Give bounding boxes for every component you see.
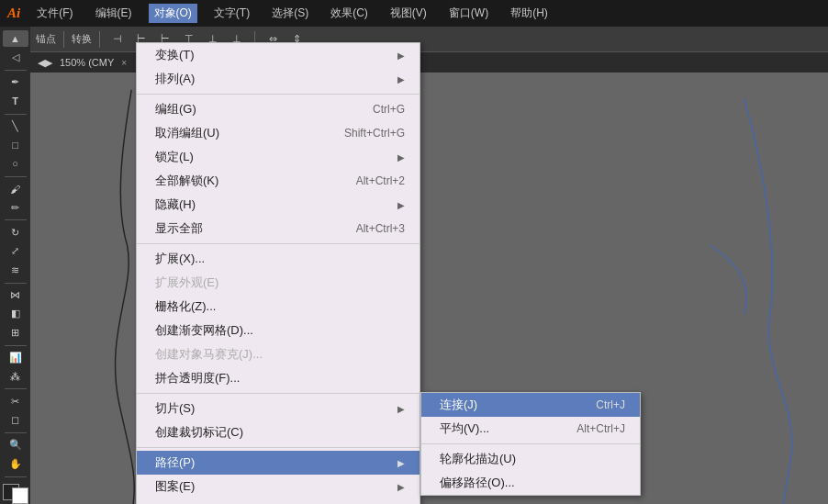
menu-average-label: 平均(V)...: [440, 420, 489, 437]
menu-flatten-label: 拼合透明度(F)...: [155, 370, 240, 386]
tool-separator-3: [5, 176, 27, 177]
symbol-tool[interactable]: ⁂: [3, 368, 28, 385]
menu-mosaic: 创建对象马赛克(J)...: [137, 342, 420, 366]
canvas-tab-label: 150% (CMY: [60, 57, 114, 68]
title-bar: Ai 文件(F) 编辑(E) 对象(O) 文字(T) 选择(S) 效果(C) 视…: [0, 0, 828, 27]
menu-pattern-label: 图案(E): [155, 478, 195, 495]
scale-tool[interactable]: ⤢: [3, 243, 28, 260]
menu-offset-path[interactable]: 偏移路径(O)...: [421, 471, 640, 495]
tab-arrows[interactable]: ◀▶: [38, 57, 52, 69]
menu-blend[interactable]: 混合(B) ▶: [137, 498, 420, 504]
menu-arrange-arrow: ▶: [397, 74, 405, 84]
menu-show-shortcut: Alt+Ctrl+3: [356, 222, 405, 235]
menu-join-shortcut: Ctrl+J: [596, 398, 625, 411]
menu-path[interactable]: 路径(P) ▶: [137, 451, 420, 475]
line-tool[interactable]: ╲: [3, 118, 28, 134]
menu-effect[interactable]: 效果(C): [325, 4, 374, 23]
menu-object[interactable]: 对象(O): [149, 4, 197, 23]
menu-outline-label: 轮廓化描边(U): [440, 451, 516, 467]
ellipse-tool[interactable]: ○: [3, 155, 28, 172]
blend-tool[interactable]: ⋈: [3, 286, 28, 303]
menu-rasterize[interactable]: 栅格化(Z)...: [137, 295, 420, 319]
tab-close-btn[interactable]: ×: [121, 58, 127, 68]
menu-ungroup-label: 取消编组(U): [155, 125, 219, 141]
menu-ungroup[interactable]: 取消编组(U) Shift+Ctrl+G: [137, 121, 420, 145]
toolbar-separator-2: [99, 31, 100, 48]
menu-edit[interactable]: 编辑(E): [90, 4, 138, 23]
menu-average-shortcut: Alt+Ctrl+J: [576, 422, 625, 435]
menu-text[interactable]: 文字(T): [208, 4, 255, 23]
mesh-tool[interactable]: ⊞: [3, 324, 28, 341]
menu-arrange[interactable]: 排列(A) ▶: [137, 67, 420, 91]
menu-group-label: 编组(G): [155, 101, 196, 118]
menu-group[interactable]: 编组(G) Ctrl+G: [137, 97, 420, 121]
eraser-tool[interactable]: ◻: [3, 412, 28, 429]
menu-flatten[interactable]: 拼合透明度(F)...: [137, 366, 420, 390]
menu-expand-app-label: 扩展外观(E): [155, 274, 218, 291]
menu-join[interactable]: 连接(J) Ctrl+J: [421, 393, 640, 417]
tool-separator-5: [5, 283, 27, 284]
tool-separator-2: [5, 114, 27, 115]
tool-separator-7: [5, 388, 27, 389]
menu-sep-3: [137, 393, 420, 394]
menu-transform-arrow: ▶: [397, 50, 405, 61]
menu-help[interactable]: 帮助(H): [505, 4, 554, 23]
menu-group-shortcut: Ctrl+G: [373, 103, 405, 116]
pen-tool[interactable]: ✒: [3, 74, 28, 91]
zoom-tool[interactable]: 🔍: [3, 437, 28, 454]
anchor-label: 锚点: [36, 32, 56, 46]
menu-gradient-mesh[interactable]: 创建渐变网格(D)...: [137, 319, 420, 342]
menu-lock[interactable]: 锁定(L) ▶: [137, 145, 420, 169]
chart-tool[interactable]: 📊: [3, 349, 28, 365]
menu-show-label: 显示全部: [155, 220, 203, 237]
tool-separator-9: [5, 476, 27, 477]
align-left[interactable]: ⊣: [107, 29, 128, 50]
type-tool[interactable]: T: [3, 93, 28, 109]
menu-expand[interactable]: 扩展(X)...: [137, 247, 420, 271]
menu-window[interactable]: 窗口(W): [443, 4, 494, 23]
menu-outline-stroke[interactable]: 轮廓化描边(U): [421, 447, 640, 471]
left-toolbar: ▲ ◁ ✒ T ╲ □ ○ 🖌 ✏ ↻ ⤢ ≋ ⋈ ◧ ⊞ 📊 ⁂ ✂ ◻ 🔍 …: [0, 27, 30, 504]
slice-tool[interactable]: ✂: [3, 393, 28, 409]
tool-separator-8: [5, 432, 27, 433]
tool-separator-6: [5, 345, 27, 346]
menu-select[interactable]: 选择(S): [266, 4, 314, 23]
ai-logo: Ai: [7, 6, 20, 21]
gradient-tool[interactable]: ◧: [3, 306, 28, 322]
menu-transform-label: 变换(T): [155, 47, 195, 63]
menu-show-all[interactable]: 显示全部 Alt+Ctrl+3: [137, 217, 420, 241]
tool-separator-4: [5, 219, 27, 220]
menu-unlock-all[interactable]: 全部解锁(K) Alt+Ctrl+2: [137, 169, 420, 193]
select-tool[interactable]: ▲: [3, 30, 28, 47]
menu-sep-1: [137, 94, 420, 95]
menu-hide-arrow: ▶: [397, 200, 405, 210]
menu-unlock-label: 全部解锁(K): [155, 173, 218, 189]
menu-path-arrow: ▶: [397, 458, 405, 468]
rotate-tool[interactable]: ↻: [3, 224, 28, 241]
color-swatches: [3, 484, 28, 504]
direct-select-tool[interactable]: ◁: [3, 49, 28, 65]
menu-mosaic-label: 创建对象马赛克(J)...: [155, 346, 263, 363]
hand-tool[interactable]: ✋: [3, 455, 28, 472]
menu-lock-arrow: ▶: [397, 152, 405, 162]
menu-hide[interactable]: 隐藏(H) ▶: [137, 193, 420, 217]
menu-transform[interactable]: 变换(T) ▶: [137, 43, 420, 67]
rect-tool[interactable]: □: [3, 137, 28, 153]
menu-hide-label: 隐藏(H): [155, 196, 196, 213]
menu-view[interactable]: 视图(V): [385, 4, 432, 23]
menu-pattern[interactable]: 图案(E) ▶: [137, 475, 420, 498]
menu-lock-label: 锁定(L): [155, 149, 194, 165]
background-color[interactable]: [12, 487, 28, 504]
menu-unlock-shortcut: Alt+Ctrl+2: [356, 174, 405, 187]
pencil-tool[interactable]: ✏: [3, 199, 28, 216]
main-layout: ▲ ◁ ✒ T ╲ □ ○ 🖌 ✏ ↻ ⤢ ≋ ⋈ ◧ ⊞ 📊 ⁂ ✂ ◻ 🔍 …: [0, 27, 828, 504]
menu-file[interactable]: 文件(F): [31, 4, 78, 23]
menu-crop-marks[interactable]: 创建裁切标记(C): [137, 420, 420, 444]
warp-tool[interactable]: ≋: [3, 262, 28, 278]
menu-average[interactable]: 平均(V)... Alt+Ctrl+J: [421, 417, 640, 441]
path-submenu[interactable]: 连接(J) Ctrl+J 平均(V)... Alt+Ctrl+J 轮廓化描边(U…: [420, 392, 641, 496]
menu-ungroup-shortcut: Shift+Ctrl+G: [344, 127, 405, 140]
brush-tool[interactable]: 🖌: [3, 180, 28, 196]
object-menu[interactable]: 变换(T) ▶ 排列(A) ▶ 编组(G) Ctrl+G 取消编组(U) Shi…: [136, 42, 420, 504]
menu-slice[interactable]: 切片(S) ▶: [137, 397, 420, 420]
